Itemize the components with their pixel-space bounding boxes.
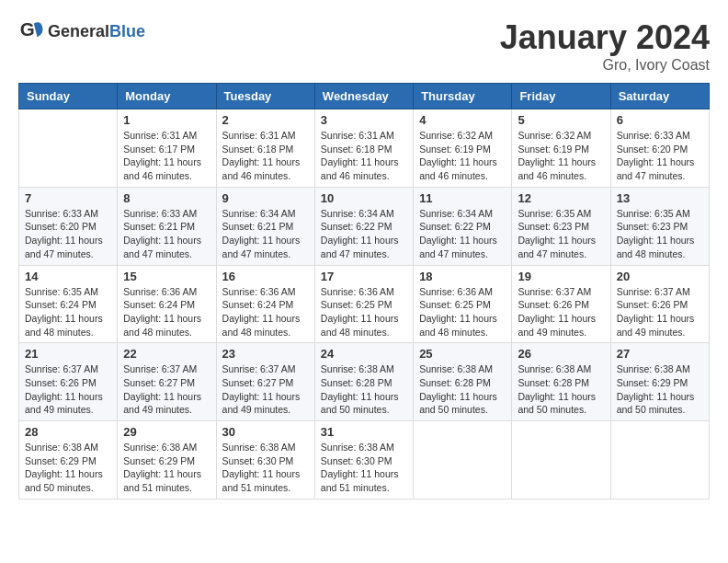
- day-number: 29: [123, 425, 210, 439]
- day-info: Sunrise: 6:37 AMSunset: 6:27 PMDaylight:…: [222, 362, 309, 417]
- day-info: Sunrise: 6:34 AMSunset: 6:21 PMDaylight:…: [222, 207, 309, 261]
- day-number: 20: [617, 270, 703, 283]
- table-row: [414, 421, 512, 500]
- calendar-week-row: 14Sunrise: 6:35 AMSunset: 6:24 PMDayligh…: [19, 265, 710, 343]
- table-row: 28Sunrise: 6:38 AMSunset: 6:29 PMDayligh…: [19, 421, 118, 500]
- day-number: 13: [617, 191, 703, 205]
- logo-blue: Blue: [109, 22, 145, 40]
- svg-text:G: G: [20, 18, 35, 40]
- table-row: 11Sunrise: 6:34 AMSunset: 6:22 PMDayligh…: [414, 187, 512, 265]
- table-row: 25Sunrise: 6:38 AMSunset: 6:28 PMDayligh…: [414, 343, 512, 421]
- day-info: Sunrise: 6:32 AMSunset: 6:19 PMDaylight:…: [518, 129, 604, 183]
- day-number: 18: [419, 270, 506, 283]
- day-info: Sunrise: 6:35 AMSunset: 6:24 PMDaylight:…: [25, 285, 111, 339]
- day-info: Sunrise: 6:37 AMSunset: 6:26 PMDaylight:…: [518, 285, 604, 339]
- table-row: 23Sunrise: 6:37 AMSunset: 6:27 PMDayligh…: [216, 343, 314, 421]
- table-row: 4Sunrise: 6:32 AMSunset: 6:19 PMDaylight…: [414, 109, 512, 188]
- table-row: [19, 109, 118, 188]
- table-row: 15Sunrise: 6:36 AMSunset: 6:24 PMDayligh…: [118, 265, 216, 343]
- day-info: Sunrise: 6:31 AMSunset: 6:18 PMDaylight:…: [321, 129, 407, 183]
- title-block: January 2024 Gro, Ivory Coast: [500, 18, 710, 74]
- day-number: 21: [25, 347, 111, 361]
- day-info: Sunrise: 6:32 AMSunset: 6:19 PMDaylight:…: [419, 129, 506, 183]
- table-row: 19Sunrise: 6:37 AMSunset: 6:26 PMDayligh…: [512, 265, 610, 343]
- day-number: 6: [617, 113, 703, 127]
- day-info: Sunrise: 6:35 AMSunset: 6:23 PMDaylight:…: [617, 207, 703, 261]
- day-info: Sunrise: 6:36 AMSunset: 6:25 PMDaylight:…: [419, 285, 506, 339]
- day-info: Sunrise: 6:33 AMSunset: 6:21 PMDaylight:…: [123, 207, 210, 261]
- day-number: 24: [321, 347, 407, 361]
- table-row: 12Sunrise: 6:35 AMSunset: 6:23 PMDayligh…: [512, 187, 610, 265]
- day-number: 15: [123, 270, 210, 283]
- calendar-table: Sunday Monday Tuesday Wednesday Thursday…: [18, 83, 710, 500]
- table-row: 3Sunrise: 6:31 AMSunset: 6:18 PMDaylight…: [314, 109, 413, 188]
- header-wednesday: Wednesday: [314, 84, 413, 109]
- day-info: Sunrise: 6:38 AMSunset: 6:29 PMDaylight:…: [617, 362, 703, 417]
- day-info: Sunrise: 6:34 AMSunset: 6:22 PMDaylight:…: [419, 207, 506, 261]
- header-thursday: Thursday: [414, 84, 512, 109]
- header-tuesday: Tuesday: [216, 84, 314, 109]
- day-number: 31: [321, 425, 407, 439]
- day-info: Sunrise: 6:38 AMSunset: 6:30 PMDaylight:…: [222, 441, 309, 495]
- day-number: 5: [518, 113, 604, 127]
- logo-icon: G: [18, 18, 44, 44]
- calendar-week-row: 21Sunrise: 6:37 AMSunset: 6:26 PMDayligh…: [19, 343, 710, 421]
- table-row: 13Sunrise: 6:35 AMSunset: 6:23 PMDayligh…: [610, 187, 709, 265]
- day-number: 19: [518, 270, 604, 283]
- table-row: 5Sunrise: 6:32 AMSunset: 6:19 PMDaylight…: [512, 109, 610, 188]
- location-title: Gro, Ivory Coast: [500, 57, 710, 74]
- table-row: 7Sunrise: 6:33 AMSunset: 6:20 PMDaylight…: [19, 187, 118, 265]
- table-row: 9Sunrise: 6:34 AMSunset: 6:21 PMDaylight…: [216, 187, 314, 265]
- table-row: 8Sunrise: 6:33 AMSunset: 6:21 PMDaylight…: [118, 187, 216, 265]
- day-info: Sunrise: 6:37 AMSunset: 6:26 PMDaylight:…: [617, 285, 703, 339]
- day-info: Sunrise: 6:33 AMSunset: 6:20 PMDaylight:…: [617, 129, 703, 183]
- table-row: 2Sunrise: 6:31 AMSunset: 6:18 PMDaylight…: [216, 109, 314, 188]
- table-row: 29Sunrise: 6:38 AMSunset: 6:29 PMDayligh…: [118, 421, 216, 500]
- day-number: 7: [25, 191, 111, 205]
- header-friday: Friday: [512, 84, 610, 109]
- day-info: Sunrise: 6:33 AMSunset: 6:20 PMDaylight:…: [25, 207, 111, 261]
- day-number: 9: [222, 191, 309, 205]
- header-monday: Monday: [118, 84, 216, 109]
- day-info: Sunrise: 6:36 AMSunset: 6:24 PMDaylight:…: [123, 285, 210, 339]
- calendar-week-row: 7Sunrise: 6:33 AMSunset: 6:20 PMDaylight…: [19, 187, 710, 265]
- day-number: 17: [321, 270, 407, 283]
- table-row: 21Sunrise: 6:37 AMSunset: 6:26 PMDayligh…: [19, 343, 118, 421]
- month-title: January 2024: [500, 18, 710, 57]
- table-row: 1Sunrise: 6:31 AMSunset: 6:17 PMDaylight…: [118, 109, 216, 188]
- day-number: 1: [123, 113, 210, 127]
- table-row: [512, 421, 610, 500]
- table-row: 16Sunrise: 6:36 AMSunset: 6:24 PMDayligh…: [216, 265, 314, 343]
- logo-text: GeneralBlue: [48, 22, 145, 41]
- table-row: 31Sunrise: 6:38 AMSunset: 6:30 PMDayligh…: [314, 421, 413, 500]
- logo: G GeneralBlue: [18, 18, 145, 44]
- table-row: 27Sunrise: 6:38 AMSunset: 6:29 PMDayligh…: [610, 343, 709, 421]
- day-number: 14: [25, 270, 111, 283]
- day-info: Sunrise: 6:38 AMSunset: 6:29 PMDaylight:…: [123, 441, 210, 495]
- day-info: Sunrise: 6:37 AMSunset: 6:26 PMDaylight:…: [25, 362, 111, 417]
- day-info: Sunrise: 6:38 AMSunset: 6:28 PMDaylight:…: [518, 362, 604, 417]
- day-number: 25: [419, 347, 506, 361]
- day-info: Sunrise: 6:31 AMSunset: 6:17 PMDaylight:…: [123, 129, 210, 183]
- day-info: Sunrise: 6:38 AMSunset: 6:28 PMDaylight:…: [321, 362, 407, 417]
- table-row: 30Sunrise: 6:38 AMSunset: 6:30 PMDayligh…: [216, 421, 314, 500]
- day-number: 11: [419, 191, 506, 205]
- day-info: Sunrise: 6:36 AMSunset: 6:25 PMDaylight:…: [321, 285, 407, 339]
- day-info: Sunrise: 6:34 AMSunset: 6:22 PMDaylight:…: [321, 207, 407, 261]
- day-info: Sunrise: 6:38 AMSunset: 6:29 PMDaylight:…: [25, 441, 111, 495]
- table-row: 20Sunrise: 6:37 AMSunset: 6:26 PMDayligh…: [610, 265, 709, 343]
- day-number: 26: [518, 347, 604, 361]
- day-info: Sunrise: 6:31 AMSunset: 6:18 PMDaylight:…: [222, 129, 309, 183]
- day-number: 4: [419, 113, 506, 127]
- calendar-header-row: Sunday Monday Tuesday Wednesday Thursday…: [19, 84, 710, 109]
- table-row: 22Sunrise: 6:37 AMSunset: 6:27 PMDayligh…: [118, 343, 216, 421]
- day-number: 8: [123, 191, 210, 205]
- table-row: 6Sunrise: 6:33 AMSunset: 6:20 PMDaylight…: [610, 109, 709, 188]
- header-sunday: Sunday: [19, 84, 118, 109]
- table-row: 24Sunrise: 6:38 AMSunset: 6:28 PMDayligh…: [314, 343, 413, 421]
- day-number: 30: [222, 425, 309, 439]
- header-saturday: Saturday: [610, 84, 709, 109]
- page-header: G GeneralBlue January 2024 Gro, Ivory Co…: [18, 18, 710, 74]
- day-number: 12: [518, 191, 604, 205]
- day-number: 27: [617, 347, 703, 361]
